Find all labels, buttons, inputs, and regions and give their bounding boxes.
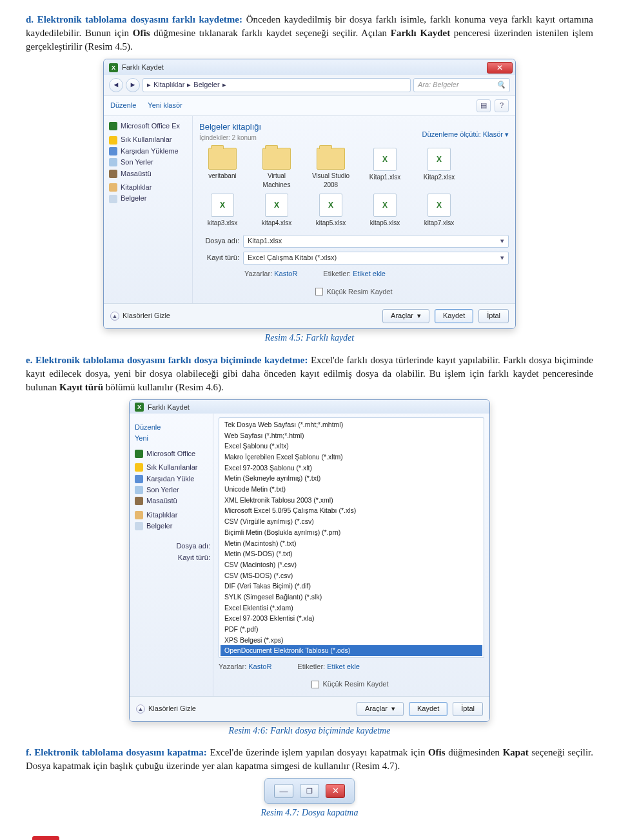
breadcrumb[interactable]: ▸Kitaplıklar ▸Belgeler ▸ xyxy=(142,78,411,92)
dialog-footer: ▲Klasörleri Gizle Araçlar ▾ Kaydet İptal xyxy=(130,696,489,721)
excel-file-icon xyxy=(265,194,288,217)
filetype-option[interactable]: Excel 97-2003 Şablonu (*.xlt) xyxy=(221,463,482,474)
save-button[interactable]: Kaydet xyxy=(435,309,473,323)
dialog-titlebar: X Farklı Kaydet ✕ xyxy=(104,59,515,75)
filetype-option[interactable]: XPS Belgesi (*.xps) xyxy=(221,635,482,646)
filetype-option[interactable]: Metin (Sekmeyle ayrılmış) (*.txt) xyxy=(221,473,482,484)
desktop-icon xyxy=(135,497,143,505)
file-item[interactable]: kitap3.xlsx xyxy=(199,194,246,228)
minimize-button[interactable] xyxy=(274,784,293,798)
maximize-button[interactable] xyxy=(300,784,319,798)
filetype-option[interactable]: Biçimli Metin (Boşlukla ayrılmış) (*.prn… xyxy=(221,527,482,538)
filename-field[interactable]: Kitap1.xlsx▾ xyxy=(243,235,509,248)
chevron-down-icon: ▾ xyxy=(505,130,509,138)
filetype-option[interactable]: XML Elektronik Tablosu 2003 (*.xml) xyxy=(221,495,482,506)
file-item[interactable]: kitap5.xlsx xyxy=(308,194,354,228)
cancel-button[interactable]: İptal xyxy=(453,702,483,716)
folder-item[interactable]: veritabani xyxy=(199,148,246,190)
figure-caption: Resim 4:6: Farklı dosya biçiminde kaydet… xyxy=(229,725,391,737)
filetype-dropdown-list[interactable]: Tek Dosya Web Sayfası (*.mht;*.mhtml)Web… xyxy=(219,417,484,658)
library-title: Belgeler kitaplığı xyxy=(199,121,261,133)
filetype-option[interactable]: Excel Eklentisi (*.xlam) xyxy=(221,603,482,614)
folder-icon xyxy=(208,148,237,170)
sidebar: Microsoft Office Ex Sık Kullanılanlar Ka… xyxy=(104,116,193,303)
download-icon xyxy=(109,147,117,155)
filetype-option[interactable]: Metin (MS-DOS) (*.txt) xyxy=(221,548,482,559)
figure-window-controls: Resim 4.7: Dosya kapatma xyxy=(26,778,593,826)
filetype-option[interactable]: Tek Dosya Web Sayfası (*.mht;*.mhtml) xyxy=(221,419,482,430)
file-item[interactable]: kitap4.xlsx xyxy=(253,194,300,228)
filetype-option[interactable]: CSV (Macintosh) (*.csv) xyxy=(221,559,482,570)
filetype-option[interactable]: OpenDocument Elektronik Tablosu (*.ods) xyxy=(221,645,482,656)
file-item[interactable]: Kitap1.xlsx xyxy=(362,148,408,190)
save-button[interactable]: Kaydet xyxy=(409,702,447,716)
tools-button[interactable]: Araçlar ▾ xyxy=(382,309,429,323)
forward-button[interactable]: ► xyxy=(126,78,140,92)
back-button[interactable]: ◄ xyxy=(109,78,123,92)
recent-icon xyxy=(135,486,143,494)
organize-button[interactable]: Düzenle xyxy=(110,101,136,110)
sidebar: Düzenle Yeni Microsoft Office Sık Kullan… xyxy=(130,414,213,696)
thumbnail-checkbox[interactable]: Küçük Resim Kaydet xyxy=(199,287,509,297)
library-icon xyxy=(109,183,117,192)
filetype-option[interactable]: CSV (Virgülle ayrılmış) (*.csv) xyxy=(221,516,482,527)
desktop-icon xyxy=(109,170,117,178)
recent-icon xyxy=(109,158,117,166)
expand-icon[interactable]: ▲ xyxy=(110,312,119,321)
paragraph-d: d. Elektronik tablolama dosyasını farklı… xyxy=(26,13,593,54)
tip-box: ek bilgi Dosya kapatma işlemi, elektroni… xyxy=(26,836,593,840)
filetype-option[interactable]: PDF (*.pdf) xyxy=(221,624,482,635)
library-subtitle: İçindekiler: 2 konum xyxy=(199,134,261,143)
excel-icon xyxy=(135,450,143,458)
folder-item[interactable]: Virtual Machines xyxy=(253,148,300,190)
filetype-option[interactable]: Excel 97-2003 Eklentisi (*.xla) xyxy=(221,613,482,624)
arrange-by[interactable]: Düzenleme ölçütü: Klasör ▾ xyxy=(422,130,509,139)
chevron-down-icon: ▾ xyxy=(417,311,421,321)
dialog-title: Farklı Kaydet xyxy=(148,403,190,412)
saveas-dialog: X Farklı Kaydet ✕ ◄ ► ▸Kitaplıklar ▸Belg… xyxy=(103,59,516,329)
filetype-field[interactable]: Excel Çalışma Kitabı (*.xlsx)▾ xyxy=(243,252,509,265)
folder-icon xyxy=(317,148,345,170)
cancel-button[interactable]: İptal xyxy=(478,309,509,323)
tools-button[interactable]: Araçlar ▾ xyxy=(357,702,404,716)
documents-icon xyxy=(135,522,143,530)
excel-file-icon xyxy=(211,194,234,217)
close-button[interactable] xyxy=(326,784,345,798)
chevron-down-icon: ▾ xyxy=(500,236,504,246)
expand-icon[interactable]: ▲ xyxy=(136,705,145,714)
tip-tag: ek bilgi xyxy=(32,836,59,840)
filetype-option[interactable]: Makro İçerebilen Excel Şablonu (*.xltm) xyxy=(221,452,482,463)
chevron-down-icon: ▾ xyxy=(391,704,395,714)
search-input[interactable]: Ara: Belgeler 🔍 xyxy=(413,78,510,92)
excel-file-icon xyxy=(373,148,397,171)
lead-f: f. Elektronik tablolama dosyasını kapatm… xyxy=(26,747,207,757)
filetype-option[interactable]: Unicode Metin (*.txt) xyxy=(221,484,482,495)
saveas-dialog-small: X Farklı Kaydet Düzenle Yeni Microsoft O… xyxy=(129,399,490,722)
excel-file-icon xyxy=(373,194,397,217)
thumbnail-checkbox[interactable]: Küçük Resim Kaydet xyxy=(216,679,484,689)
nav-row: ◄ ► ▸Kitaplıklar ▸Belgeler ▸ Ara: Belgel… xyxy=(104,75,515,95)
filetype-option[interactable]: CSV (MS-DOS) (*.csv) xyxy=(221,570,482,581)
folder-item[interactable]: Visual Studio 2008 xyxy=(308,148,354,190)
chevron-down-icon: ▾ xyxy=(500,253,504,263)
search-icon: 🔍 xyxy=(496,80,506,90)
filetype-option[interactable]: SYLK (Simgesel Bağlantı) (*.slk) xyxy=(221,592,482,603)
file-item[interactable]: kitap6.xlsx xyxy=(362,194,408,228)
file-item[interactable]: Kitap2.xlsx xyxy=(416,148,462,190)
excel-icon xyxy=(109,122,117,130)
paragraph-e: e. Elektronik tablolama dosyasını farklı… xyxy=(26,354,593,394)
close-icon[interactable]: ✕ xyxy=(487,62,513,74)
file-item[interactable]: kitap7.xlsx xyxy=(416,194,462,228)
documents-icon xyxy=(109,195,117,203)
filetype-option[interactable]: Metin (Macintosh) (*.txt) xyxy=(221,538,482,549)
filetype-option[interactable]: Microsoft Excel 5.0/95 Çalışma Kitabı (*… xyxy=(221,505,482,516)
lead-d: d. Elektronik tablolama dosyasını farklı… xyxy=(26,14,242,25)
filetype-option[interactable]: Excel Şablonu (*.xltx) xyxy=(221,441,482,452)
help-icon[interactable]: ? xyxy=(495,99,509,112)
filetype-option[interactable]: Web Sayfası (*.htm;*.html) xyxy=(221,430,482,441)
new-folder-button[interactable]: Yeni klasör xyxy=(148,101,182,110)
figure-filetypes: X Farklı Kaydet Düzenle Yeni Microsoft O… xyxy=(26,399,593,744)
toolbar: Düzenle Yeni klasör ▤ ? xyxy=(104,95,515,116)
filetype-option[interactable]: DIF (Veri Takas Biçimi) (*.dif) xyxy=(221,581,482,592)
view-button[interactable]: ▤ xyxy=(477,99,491,112)
